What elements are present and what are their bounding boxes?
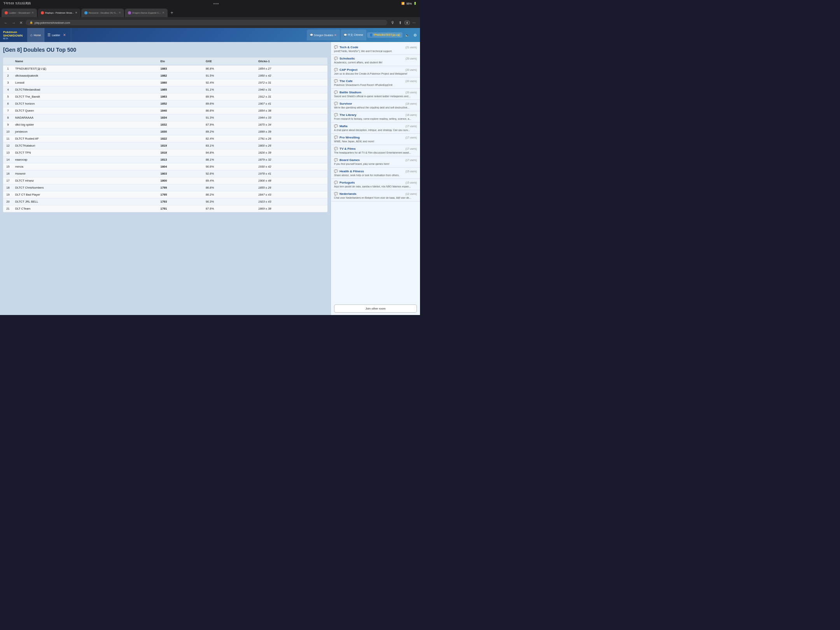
room-name: Board Games xyxy=(340,158,360,162)
room-name: The Library xyxy=(340,113,357,117)
ps-logo-text: PokémonSHOWDOWN BETA xyxy=(3,30,23,40)
room-item[interactable]: 💬 Pro Wrestling (17 users) WWE, New Japa… xyxy=(331,134,420,145)
room-item[interactable]: 💬 Português (15 users) Aqui tem pastel d… xyxy=(331,179,420,190)
table-row[interactable]: 9 dltct big spider 1832 87.9% 1875 ± 34 xyxy=(3,121,327,128)
col-header-gxe: GXE xyxy=(203,58,256,65)
table-row[interactable]: 1 TPNDUBSTEST(≧∪≦) 1883 86.8% 1854 ± 27 xyxy=(3,65,327,72)
microphone-icon[interactable]: 🎙 xyxy=(390,20,396,26)
gxe-cell: 89.4% xyxy=(203,177,256,184)
rank-cell: 7 xyxy=(3,107,13,114)
table-row[interactable]: 14 eaarocap 1813 88.1% 1879 ± 32 xyxy=(3,156,327,163)
table-row[interactable]: 6 DLTCT horizon 1852 89.6% 1907 ± 41 xyxy=(3,100,327,107)
rank-cell: 13 xyxy=(3,149,13,156)
tab-resource[interactable]: Resource - Doubles OU S... ✕ xyxy=(81,9,124,17)
chat-icon-chinese: 💬 xyxy=(344,33,347,37)
tab-close-dragon[interactable]: ✕ xyxy=(162,11,164,14)
table-row[interactable]: 19 DLT CT Bad Player 1795 86.2% 1847 ± 4… xyxy=(3,191,327,198)
table-row[interactable]: 10 jorislecon 1830 89.2% 1899 ± 39 xyxy=(3,128,327,135)
room-item[interactable]: 💬 Survivor (18 users) We're like gamblin… xyxy=(331,100,420,111)
room-item[interactable]: 💬 The Library (18 users) From research t… xyxy=(331,111,420,122)
user-info[interactable]: 👤 TPNDUBSTEST(≧∪≦) xyxy=(367,32,402,38)
date-display: 5月12日周四 xyxy=(16,2,31,5)
tab-ladder[interactable]: Ladder - Showdown! ✕ xyxy=(2,9,37,17)
forward-button[interactable]: → xyxy=(11,20,16,26)
room-item[interactable]: 💬 Health & Fitness (15 users) Share advi… xyxy=(331,168,420,179)
settings-icon[interactable]: ⚙ xyxy=(412,32,418,39)
table-row[interactable]: 7 DLTCT Queen 1840 86.6% 1854 ± 38 xyxy=(3,107,327,114)
rank-cell: 11 xyxy=(3,135,13,142)
table-row[interactable]: 13 DLTCT TPN 1818 84.8% 1826 ± 39 xyxy=(3,149,327,156)
table-row[interactable]: 2 dltctsaasdjsakedk 1882 91.5% 1950 ± 42 xyxy=(3,72,327,79)
room-header-line: 💬 The Library (18 users) xyxy=(334,113,417,117)
nav-ladder[interactable]: ☰ Ladder ✕ xyxy=(44,28,71,42)
tab-dragon[interactable]: Dragon Dance Zygarde C... ✕ xyxy=(125,9,167,17)
elo-cell: 1818 xyxy=(158,149,203,156)
room-header-line: 💬 Mafia (17 users) xyxy=(334,124,417,128)
table-row[interactable]: 17 DLTCT mhanz 1800 89.4% 1906 ± 48 xyxy=(3,177,327,184)
room-tab-smogon-doubles[interactable]: 💬 Smogon Doubles ✕ xyxy=(307,30,340,40)
join-other-room-button[interactable]: Join other room xyxy=(334,304,417,313)
name-cell: DLTCT The_Bandit xyxy=(13,93,158,100)
glicko-cell: 1940 ± 31 xyxy=(256,86,327,93)
table-row[interactable]: 12 DLTCTKatakuri 1819 83.1% 1800 ± 26 xyxy=(3,142,327,149)
more-options-icon[interactable]: ··· xyxy=(411,20,417,26)
table-row[interactable]: 18 DLTCT ChrisNumbers 1799 86.8% 1855 ± … xyxy=(3,184,327,191)
room-item[interactable]: 💬 Mafia (17 users) A chat game about dec… xyxy=(331,122,420,134)
nav-home[interactable]: ⌂ Home xyxy=(27,28,44,42)
elo-cell: 1852 xyxy=(158,100,203,107)
volume-icon[interactable]: 🔈 xyxy=(403,32,411,39)
elo-cell: 1799 xyxy=(158,184,203,191)
name-cell: DLTCT ChrisNumbers xyxy=(13,184,158,191)
name-cell: eaarocap xyxy=(13,156,158,163)
room-item[interactable]: 💬 Scholastic (20 users) Academics, curre… xyxy=(331,55,420,66)
room-item[interactable]: 💬 Board Games (17 users) If you find you… xyxy=(331,156,420,168)
url-field[interactable]: 🔒 play.pokemonshowdown.com xyxy=(26,20,387,25)
table-row[interactable]: 4 DLTCTtiltedandbad 1865 91.1% 1940 ± 31 xyxy=(3,86,327,93)
name-cell: MADARAAAA xyxy=(13,114,158,121)
room-tab-close-smogon[interactable]: ✕ xyxy=(334,33,337,37)
table-row[interactable]: 3 Lonasil 1880 92.4% 1972 ± 31 xyxy=(3,79,327,86)
new-tab-button[interactable]: + xyxy=(168,9,176,17)
tab-close-replays[interactable]: ✕ xyxy=(75,11,77,14)
back-button[interactable]: ← xyxy=(3,20,9,26)
tab-close-ladder[interactable]: ✕ xyxy=(32,11,34,14)
room-tab-chinese[interactable]: 💬 中文 Chinese xyxy=(341,30,366,40)
gxe-cell: 82.4% xyxy=(203,135,256,142)
tab-replays[interactable]: Replays - Pokémon Show... ✕ xyxy=(38,9,80,17)
rank-cell: 14 xyxy=(3,156,13,163)
close-button[interactable]: ✕ xyxy=(19,20,23,26)
name-cell: DLTCT horizon xyxy=(13,100,158,107)
room-item[interactable]: 💬 CAP Project (20 users) Join us to disc… xyxy=(331,66,420,77)
chat-icon: 💬 xyxy=(334,192,338,196)
gxe-cell: 86.8% xyxy=(203,65,256,72)
ps-rooms-right: 💬 Smogon Doubles ✕ 💬 中文 Chinese 👤 TPNDUB… xyxy=(307,30,420,40)
ps-logo[interactable]: PokémonSHOWDOWN BETA xyxy=(0,29,27,41)
room-tab-label-chinese: 中文 Chinese xyxy=(348,33,363,37)
table-row[interactable]: 20 DLTCT JRL BELL 1793 90.3% 1923 ± 43 xyxy=(3,198,327,205)
chat-icon: 💬 xyxy=(334,102,338,105)
elo-cell: 1882 xyxy=(158,72,203,79)
glicko-cell: 1912 ± 31 xyxy=(256,93,327,100)
room-item[interactable]: 💬 Nederlands (12 users) Chat voor Nederl… xyxy=(331,190,420,201)
nav-ladder-close[interactable]: ✕ xyxy=(61,32,68,38)
name-cell: DLTCT mhanz xyxy=(13,177,158,184)
room-item[interactable]: 💬 TV & Films (17 users) The headquarters… xyxy=(331,145,420,156)
table-row[interactable]: 11 DLTCT Rusted AF 1822 82.4% 1791 ± 26 xyxy=(3,135,327,142)
tab-close-resource[interactable]: ✕ xyxy=(119,11,121,14)
table-row[interactable]: 21 DLT CTeam 1791 87.6% 1869 ± 38 xyxy=(3,205,327,212)
room-header-line: 💬 Health & Fitness (15 users) xyxy=(334,170,417,173)
tab-count-badge[interactable]: 4 xyxy=(404,21,410,25)
table-row[interactable]: 16 Horamir 1803 92.6% 1978 ± 41 xyxy=(3,170,327,177)
table-row[interactable]: 15 mirrza 1804 90.6% 1930 ± 42 xyxy=(3,163,327,170)
room-item[interactable]: 💬 The Cafe (20 users) Pokémon Showdown's… xyxy=(331,77,420,89)
table-row[interactable]: 5 DLTCT The_Bandit 1863 89.9% 1912 ± 31 xyxy=(3,93,327,100)
room-item[interactable]: 💬 Battle Stadium (20 users) Sword and Sh… xyxy=(331,89,420,100)
room-header-line: 💬 Board Games (17 users) xyxy=(334,158,417,162)
chat-icon: 💬 xyxy=(334,181,338,184)
rank-cell: 6 xyxy=(3,100,13,107)
chat-icon: 💬 xyxy=(334,46,338,49)
room-item[interactable]: 💬 Tech & Code (21 users) printf("Hello, … xyxy=(331,44,420,55)
share-icon[interactable]: ⬆ xyxy=(397,20,403,26)
table-row[interactable]: 8 MADARAAAA 1834 91.3% 1944 ± 33 xyxy=(3,114,327,121)
room-desc: Chat voor Nederlanders en Belgen! Kom vo… xyxy=(334,196,417,199)
